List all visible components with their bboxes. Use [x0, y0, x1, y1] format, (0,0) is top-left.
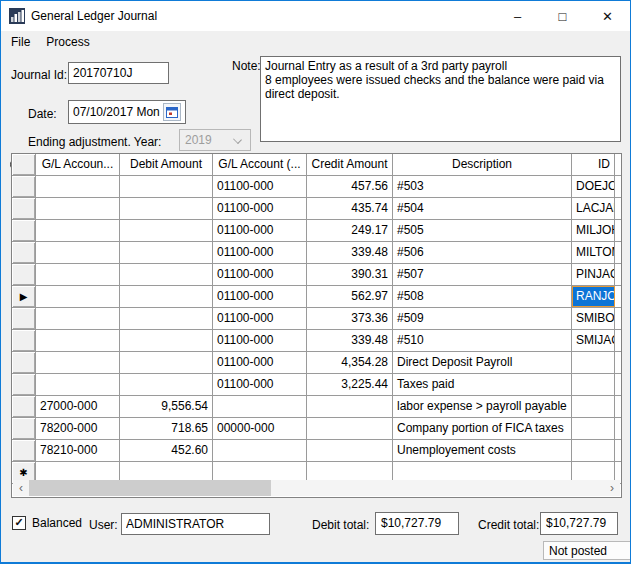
- grid-cell[interactable]: 390.31: [307, 264, 393, 285]
- maximize-button[interactable]: □: [540, 1, 585, 31]
- grid-cell[interactable]: 3,225.44: [307, 374, 393, 395]
- grid-cell[interactable]: 452.60: [120, 440, 213, 461]
- grid-cell[interactable]: [120, 198, 213, 219]
- row-selector[interactable]: [12, 308, 36, 329]
- balanced-checkbox[interactable]: [12, 516, 26, 530]
- grid-cell[interactable]: [572, 374, 615, 395]
- grid-cell[interactable]: 78200-000: [36, 418, 120, 439]
- selected-row-indicator[interactable]: ▶: [12, 286, 36, 307]
- column-header[interactable]: Credit Amount: [307, 154, 393, 175]
- grid-cell[interactable]: 718.65: [120, 418, 213, 439]
- grid-corner-cell[interactable]: [12, 154, 36, 175]
- grid-cell[interactable]: 01100-000: [213, 242, 307, 263]
- row-selector[interactable]: [12, 440, 36, 461]
- grid-cell[interactable]: [572, 418, 615, 439]
- grid-cell[interactable]: #508: [393, 286, 572, 307]
- grid-cell[interactable]: MILJOH: [572, 220, 615, 241]
- grid-cell[interactable]: [120, 286, 213, 307]
- grid-cell[interactable]: 01100-000: [213, 308, 307, 329]
- grid-cell[interactable]: [120, 352, 213, 373]
- menu-file[interactable]: File: [3, 33, 38, 51]
- grid-cell[interactable]: #503: [393, 176, 572, 197]
- grid-cell[interactable]: [213, 396, 307, 417]
- grid-cell[interactable]: [572, 396, 615, 417]
- journal-id-input[interactable]: [68, 62, 169, 84]
- grid-cell[interactable]: 01100-000: [213, 374, 307, 395]
- grid-cell[interactable]: MILTOM: [572, 242, 615, 263]
- column-header[interactable]: G/L Account (...: [213, 154, 307, 175]
- row-selector[interactable]: [12, 418, 36, 439]
- grid-cell[interactable]: [36, 352, 120, 373]
- grid-cell[interactable]: [307, 440, 393, 461]
- menu-process[interactable]: Process: [38, 33, 97, 51]
- row-selector[interactable]: [12, 374, 36, 395]
- scroll-right-icon[interactable]: ›: [604, 480, 620, 496]
- grid-cell[interactable]: 249.17: [307, 220, 393, 241]
- grid-cell[interactable]: [307, 396, 393, 417]
- grid-cell[interactable]: LACJAN: [572, 198, 615, 219]
- selected-grid-cell[interactable]: RANJOH: [572, 286, 615, 307]
- scrollbar-thumb[interactable]: [29, 480, 271, 496]
- grid-cell[interactable]: #505: [393, 220, 572, 241]
- grid-cell[interactable]: Company portion of FICA taxes: [393, 418, 572, 439]
- grid-cell[interactable]: 00000-000: [213, 418, 307, 439]
- grid-cell[interactable]: 9,556.54: [120, 396, 213, 417]
- grid-cell[interactable]: 27000-000: [36, 396, 120, 417]
- grid-cell[interactable]: Direct Deposit Payroll: [393, 352, 572, 373]
- column-header[interactable]: Debit Amount: [120, 154, 213, 175]
- row-selector[interactable]: [12, 330, 36, 351]
- grid-cell[interactable]: [36, 198, 120, 219]
- row-selector[interactable]: [12, 396, 36, 417]
- row-selector[interactable]: [12, 176, 36, 197]
- grid-cell[interactable]: [120, 242, 213, 263]
- grid-cell[interactable]: SMIBOB: [572, 308, 615, 329]
- grid-cell[interactable]: 4,354.28: [307, 352, 393, 373]
- grid-cell[interactable]: [36, 176, 120, 197]
- grid-cell[interactable]: SMIJAC: [572, 330, 615, 351]
- column-header[interactable]: Description: [393, 154, 572, 175]
- grid-cell[interactable]: [36, 308, 120, 329]
- grid-cell[interactable]: 01100-000: [213, 264, 307, 285]
- grid-cell[interactable]: 01100-000: [213, 220, 307, 241]
- grid-cell[interactable]: [36, 374, 120, 395]
- row-selector[interactable]: [12, 352, 36, 373]
- grid-cell[interactable]: [120, 330, 213, 351]
- grid-cell[interactable]: [572, 352, 615, 373]
- grid-cell[interactable]: Unemployement costs: [393, 440, 572, 461]
- grid-cell[interactable]: [120, 264, 213, 285]
- grid-cell[interactable]: [36, 330, 120, 351]
- grid-cell[interactable]: 373.36: [307, 308, 393, 329]
- grid-cell[interactable]: [120, 374, 213, 395]
- grid-cell[interactable]: 01100-000: [213, 286, 307, 307]
- grid-cell[interactable]: DOEJOH: [572, 176, 615, 197]
- column-header[interactable]: ID: [572, 154, 615, 175]
- grid-cell[interactable]: #506: [393, 242, 572, 263]
- grid-cell[interactable]: 01100-000: [213, 352, 307, 373]
- row-selector[interactable]: [12, 198, 36, 219]
- grid-cell[interactable]: [36, 264, 120, 285]
- grid-cell[interactable]: 78210-000: [36, 440, 120, 461]
- horizontal-scrollbar[interactable]: ‹ ›: [13, 480, 620, 496]
- grid-cell[interactable]: #509: [393, 308, 572, 329]
- grid-cell[interactable]: labor expense > payroll payable: [393, 396, 572, 417]
- column-header[interactable]: G/L Accoun...: [36, 154, 120, 175]
- grid-cell[interactable]: 01100-000: [213, 198, 307, 219]
- grid-cell[interactable]: [120, 308, 213, 329]
- row-selector[interactable]: [12, 220, 36, 241]
- grid-cell[interactable]: [36, 286, 120, 307]
- grid-cell[interactable]: [572, 440, 615, 461]
- grid-cell[interactable]: [36, 242, 120, 263]
- minimize-button[interactable]: –: [495, 1, 540, 31]
- grid-cell[interactable]: 562.97: [307, 286, 393, 307]
- row-selector[interactable]: [12, 264, 36, 285]
- grid-cell[interactable]: #510: [393, 330, 572, 351]
- grid-cell[interactable]: 457.56: [307, 176, 393, 197]
- grid-cell[interactable]: #507: [393, 264, 572, 285]
- grid-cell[interactable]: [120, 176, 213, 197]
- grid-cell[interactable]: 339.48: [307, 330, 393, 351]
- grid-cell[interactable]: [307, 418, 393, 439]
- grid-cell[interactable]: [120, 220, 213, 241]
- scroll-left-icon[interactable]: ‹: [13, 480, 29, 496]
- note-textarea[interactable]: Journal Entry as a result of a 3rd party…: [260, 56, 621, 142]
- grid-cell[interactable]: 01100-000: [213, 176, 307, 197]
